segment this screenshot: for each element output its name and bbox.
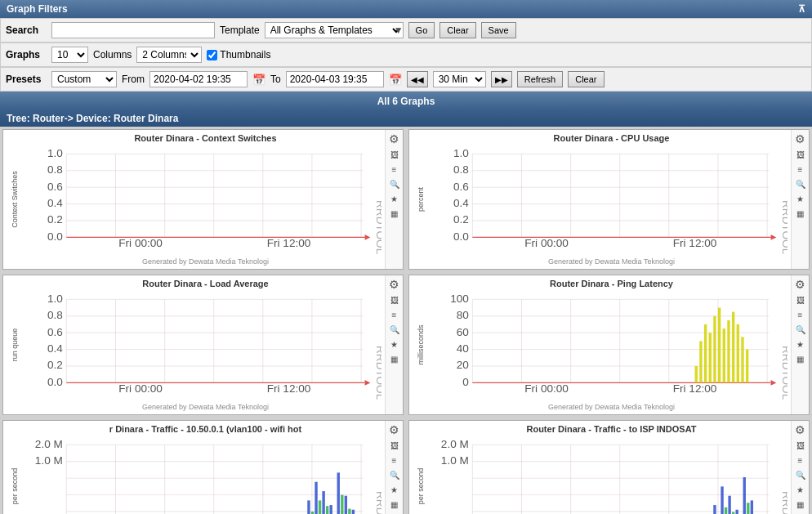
svg-text:20: 20 — [457, 359, 470, 371]
gear-icon[interactable]: ⚙ — [387, 132, 402, 146]
y-axis-label-4: milliseconds — [417, 312, 425, 378]
list-icon[interactable]: ≡ — [388, 163, 401, 176]
svg-rect-96 — [699, 341, 702, 382]
star-icon[interactable]: ★ — [388, 483, 401, 496]
zoom-icon[interactable]: 🔍 — [388, 468, 401, 481]
svg-text:Fri 00:00: Fri 00:00 — [118, 382, 163, 395]
star-icon[interactable]: ★ — [794, 483, 807, 496]
svg-rect-106 — [746, 350, 748, 383]
image-icon[interactable]: 🖼 — [794, 293, 807, 306]
bar-icon[interactable]: ▦ — [794, 207, 807, 220]
star-icon[interactable]: ★ — [794, 192, 807, 205]
zoom-icon[interactable]: 🔍 — [794, 323, 807, 336]
thumbnails-checkbox-label[interactable]: Thumbnails — [207, 49, 270, 60]
svg-text:0.4: 0.4 — [47, 342, 63, 355]
list-icon[interactable]: ≡ — [794, 163, 807, 176]
svg-text:RRDTOOL / TOBI OETIKER: RRDTOOL / TOBI OETIKER — [374, 200, 381, 256]
list-icon[interactable]: ≡ — [794, 308, 807, 321]
zoom-icon[interactable]: 🔍 — [794, 468, 807, 481]
gear-icon[interactable]: ⚙ — [793, 132, 808, 146]
svg-rect-125 — [307, 501, 310, 514]
next-arrow[interactable]: ▶▶ — [491, 71, 512, 87]
star-icon[interactable]: ★ — [794, 337, 807, 351]
bar-icon[interactable]: ▦ — [794, 352, 807, 365]
image-icon[interactable]: 🖼 — [388, 439, 401, 452]
zoom-icon[interactable]: 🔍 — [388, 323, 401, 336]
collapse-icon[interactable]: ⊼ — [798, 3, 805, 15]
thumbnails-checkbox[interactable] — [207, 50, 217, 60]
graph-svg-2: 1.00.80.60.40.20.0Fri 00:00Fri 12:00RRDT… — [435, 145, 787, 256]
go-button[interactable]: Go — [408, 22, 435, 38]
graph-title-2: Router Dinara - CPU Usage — [435, 133, 787, 143]
svg-text:Fri 00:00: Fri 00:00 — [524, 382, 569, 395]
svg-text:Fri 12:00: Fri 12:00 — [267, 382, 311, 395]
svg-text:RRDTOOL / TOBI OETIKER: RRDTOOL / TOBI OETIKER — [780, 346, 787, 401]
columns-select[interactable]: 2 Columns — [136, 47, 202, 63]
refresh-button[interactable]: Refresh — [517, 71, 564, 87]
gear-icon[interactable]: ⚙ — [387, 277, 402, 292]
graph-sidebar-5: ⚙🖼≡🔍★▦ — [385, 421, 403, 514]
prev-arrow[interactable]: ◀◀ — [407, 71, 428, 87]
bar-icon[interactable]: ▦ — [388, 207, 401, 220]
svg-text:RRDTOOL / TOBI OETIKER: RRDTOOL / TOBI OETIKER — [374, 346, 381, 401]
y-axis-label-5: per second — [11, 454, 19, 514]
clear-button-1[interactable]: Clear — [439, 22, 475, 38]
graph-cell-3: run queueRouter Dinara - Load Average1.0… — [2, 275, 404, 415]
interval-select[interactable]: 30 Min — [433, 71, 486, 87]
clear-button-3[interactable]: Clear — [568, 71, 604, 87]
svg-text:0.0: 0.0 — [47, 376, 63, 388]
svg-text:1.0: 1.0 — [47, 293, 63, 305]
gear-icon[interactable]: ⚙ — [793, 277, 808, 292]
cal-icon-from[interactable]: 📅 — [252, 74, 265, 86]
y-axis-label-1: Context Switches — [11, 167, 19, 232]
graph-cell-1: Context SwitchesRouter Dinara - Context … — [2, 129, 404, 270]
y-axis-label-6: per second — [417, 454, 425, 514]
svg-rect-167 — [751, 501, 753, 514]
save-button[interactable]: Save — [481, 22, 516, 38]
zoom-icon[interactable]: 🔍 — [388, 177, 401, 190]
svg-rect-97 — [704, 324, 707, 382]
bar-icon[interactable]: ▦ — [388, 498, 401, 511]
svg-rect-127 — [315, 482, 317, 514]
presets-label: Presets — [6, 74, 47, 85]
svg-text:0.8: 0.8 — [47, 163, 63, 176]
gear-icon[interactable]: ⚙ — [387, 422, 402, 437]
graph-svg-6: 2.0 M1.0 MRRDTOOL / TOBI OETIKER — [435, 436, 787, 514]
cal-icon-to[interactable]: 📅 — [389, 74, 402, 86]
svg-text:RRDTOOL / TOBI OETIKER: RRDTOOL / TOBI OETIKER — [374, 491, 381, 514]
svg-text:Fri 12:00: Fri 12:00 — [267, 237, 311, 249]
graph-svg-4: 100806040200Fri 00:00Fri 12:00RRDTOOL / … — [435, 290, 787, 401]
svg-text:40: 40 — [457, 342, 470, 355]
svg-text:0.0: 0.0 — [453, 230, 469, 243]
image-icon[interactable]: 🖼 — [794, 148, 807, 161]
list-icon[interactable]: ≡ — [388, 308, 401, 321]
gear-icon[interactable]: ⚙ — [793, 422, 808, 437]
list-icon[interactable]: ≡ — [794, 454, 807, 467]
thumbnails-label: Thumbnails — [220, 49, 270, 60]
bar-icon[interactable]: ▦ — [794, 498, 807, 511]
zoom-icon[interactable]: 🔍 — [794, 177, 807, 190]
graph-svg-1: 1.00.80.60.40.20.0Fri 00:00Fri 12:00RRDT… — [29, 145, 381, 256]
to-input[interactable] — [286, 71, 384, 87]
from-input[interactable] — [149, 71, 248, 87]
graph-sidebar-4: ⚙🖼≡🔍★▦ — [791, 275, 809, 414]
template-label: Template — [220, 25, 260, 36]
list-icon[interactable]: ≡ — [388, 454, 401, 467]
bar-icon[interactable]: ▦ — [388, 352, 401, 365]
image-icon[interactable]: 🖼 — [388, 293, 401, 306]
to-label: To — [270, 74, 281, 85]
svg-marker-68 — [365, 380, 371, 386]
image-icon[interactable]: 🖼 — [388, 148, 401, 161]
graphs-select[interactable]: 10 — [51, 47, 88, 63]
svg-rect-160 — [725, 507, 727, 514]
presets-select[interactable]: Custom — [51, 71, 117, 87]
search-input[interactable] — [51, 22, 215, 38]
svg-rect-103 — [732, 312, 734, 383]
star-icon[interactable]: ★ — [388, 192, 401, 205]
image-icon[interactable]: 🖼 — [794, 439, 807, 452]
graph-cell-2: percentRouter Dinara - CPU Usage1.00.80.… — [408, 129, 810, 270]
from-label: From — [122, 74, 145, 85]
graph-title-6: Router Dinara - Traffic - to ISP INDOSAT — [435, 424, 787, 434]
star-icon[interactable]: ★ — [388, 337, 401, 351]
template-select[interactable]: All Graphs & Templates — [265, 22, 404, 38]
